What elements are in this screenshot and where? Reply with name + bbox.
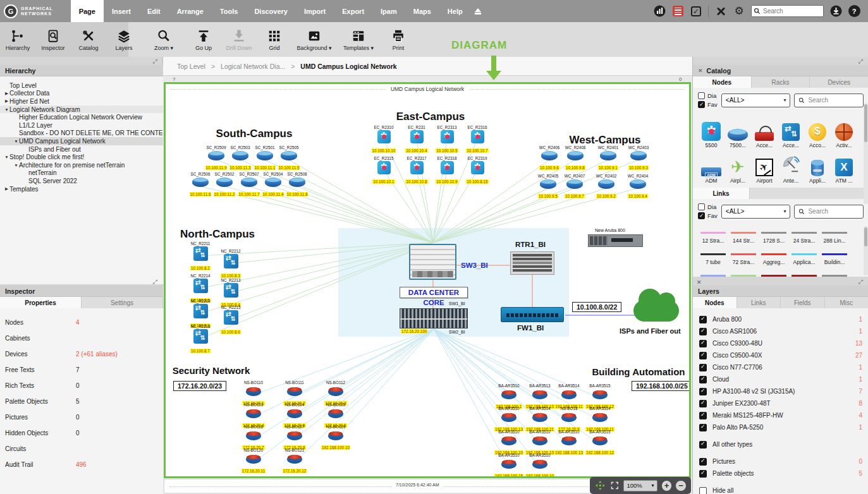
notes-icon[interactable] [671, 5, 684, 18]
layer-checkbox[interactable] [699, 412, 707, 419]
layer-checkbox[interactable] [699, 352, 707, 359]
layer-checkbox[interactable] [699, 458, 707, 466]
go-up-button[interactable]: Go Up [186, 28, 221, 51]
grid-button[interactable]: Grid [257, 28, 292, 51]
dia-checkbox[interactable] [698, 92, 705, 99]
device-ec-r2316[interactable]: EC_R231610.100.10.7 [462, 125, 493, 155]
expand-inspector-icon[interactable]: ⤢ [153, 279, 157, 286]
device-wc-r2408[interactable]: WC_R240810.100.9.8 [559, 145, 591, 172]
fav-checkbox[interactable] [698, 101, 705, 108]
device-ec-r2310[interactable]: EC_R231010.100.10.10 [368, 125, 400, 155]
catalog-link-buildin[interactable]: Buildin... [819, 250, 850, 271]
device-ec-r2317[interactable]: EC_R231710.100.10.8 [401, 156, 432, 186]
tools-icon[interactable] [714, 5, 727, 18]
catalog-link-288-lin[interactable]: 288 Lin... [819, 228, 850, 250]
tree-item-templates[interactable]: ▶Templates [0, 185, 163, 193]
device-ec-r2319[interactable]: EC_R231910.100.8.15 [462, 156, 493, 186]
menu-import[interactable]: Import [296, 0, 334, 22]
catalog-link-swatch[interactable] [819, 271, 850, 277]
catalog-link-swatch[interactable] [698, 271, 728, 277]
layer-checkbox[interactable] [699, 364, 707, 371]
catalog-node-activ[interactable]: Activ... [831, 116, 857, 148]
data-center-core-label[interactable]: DATA CENTER CORE [400, 287, 468, 298]
catalog-link-12-stra[interactable]: 12 Stra... [698, 228, 728, 250]
catalog-type-select[interactable]: <ALL>▾ [721, 93, 791, 107]
device-wc-r2401[interactable]: WC_R240110.100.9.1 [592, 145, 624, 172]
catalog-search-input[interactable]: Search [794, 93, 864, 107]
device-fw1-bi[interactable] [501, 307, 564, 322]
inspector-button[interactable]: Inspector [35, 28, 71, 51]
catalog-link-72-stra[interactable]: 72 Stra... [728, 250, 759, 271]
tree-item-isps-and-fiber-out[interactable]: ISPs and Fiber out [0, 145, 163, 154]
catalog-link-swatch[interactable] [728, 271, 759, 277]
layer-checkbox[interactable] [699, 487, 707, 494]
layer-checkbox[interactable] [699, 424, 707, 431]
menu-help[interactable]: Help [439, 0, 471, 22]
catalog-link-search-input[interactable]: Search [794, 205, 864, 219]
tree-item-sandbox-do-not-delete-me-or-the-contents[interactable]: Sandbox - DO NOT DELETE ME, OR THE CONTE… [0, 130, 163, 138]
device-ns-bo120[interactable]: NS-BO120172.16.20.11 [238, 448, 269, 475]
catalog-node-acce[interactable]: Acce... [751, 116, 778, 148]
device-nc-r2212[interactable]: NC_R221210.100.8.3 [215, 249, 247, 280]
breadcrumb-top-level[interactable]: Top Level [177, 63, 205, 70]
stats-icon[interactable] [653, 5, 666, 18]
expand-hierarchy-icon[interactable]: ⤢ [153, 58, 157, 65]
catalog-link-7-tube[interactable]: 7 tube [698, 250, 728, 271]
device-ec-r231[interactable]: EC_R23110.100.10.4 [401, 125, 432, 155]
device-wc-r2407[interactable]: WC_R240710.100.9.7 [559, 174, 590, 200]
device-sw1-sw2-stack[interactable] [400, 308, 468, 328]
catalog-link-swatch[interactable] [759, 271, 789, 277]
tree-item-sql-server-2022[interactable]: SQL Server 2022 [0, 177, 163, 185]
catalog-node-acco[interactable]: Acco... [804, 116, 831, 148]
catalog-link-type-select[interactable]: <ALL>▾ [721, 205, 791, 219]
zoom-button[interactable]: Zoom ▾ [142, 28, 186, 51]
catalog-link-applica[interactable]: Applica... [789, 250, 819, 271]
expand-icon[interactable]: ▶ [4, 91, 9, 96]
collapse-icon[interactable]: ▼ [4, 107, 9, 112]
zoom-level-select[interactable]: 100%▾ [623, 480, 657, 491]
device-wc-r2404[interactable]: WC_R240410.100.9.4 [622, 174, 654, 200]
expand-icon[interactable]: ▶ [4, 186, 9, 191]
device-rtr1-bi[interactable] [510, 251, 554, 275]
catalog-node-ante[interactable]: Ante... [778, 151, 804, 184]
tab-devices[interactable]: Devices [810, 76, 868, 88]
device-nc-r2213[interactable]: NC_R221310.100.8.4 [215, 278, 247, 309]
catalog-link-24-stra[interactable]: 24 Stra... [789, 228, 819, 250]
tab-racks[interactable]: Racks [752, 76, 810, 88]
layer-checkbox[interactable] [699, 400, 707, 407]
account-icon[interactable] [829, 5, 842, 18]
expand-catalog-icon[interactable]: ⤢ [859, 58, 863, 65]
device-ba-ar3510[interactable]: BA-AR3510192.168.100.10 [524, 453, 556, 478]
layer-checkbox[interactable] [699, 316, 707, 323]
menu-ipam[interactable]: Ipam [372, 0, 405, 22]
breadcrumb-umd-campus-logical-network[interactable]: UMD Campus Logical Network [300, 63, 396, 70]
tree-item-logical-network-diagram[interactable]: ▼Logical Network Diagram [0, 105, 163, 114]
catalog-link-swatch[interactable] [789, 271, 819, 277]
device-sc-r2505[interactable]: SC_R250510.100.11.5 [273, 145, 305, 172]
tree-item-netterrain[interactable]: netTerrain [0, 169, 163, 178]
breadcrumb-logical-network-dia[interactable]: Logical Network Dia... [221, 63, 285, 70]
collapse-icon[interactable]: ▼ [4, 155, 9, 159]
device-ba-ar3510[interactable]: BA-AR3510192.168.100.15 [493, 453, 525, 478]
menu-arrange[interactable]: Arrange [169, 0, 212, 22]
catalog-node-acce[interactable]: Acce... [778, 116, 804, 148]
expand-layers-icon[interactable]: ⤢ [859, 279, 863, 286]
tasks-icon[interactable]: ✓ [690, 5, 702, 18]
catalog-link-aggreg[interactable]: Aggreg... [759, 250, 789, 271]
fit-screen-icon[interactable] [610, 481, 620, 490]
catalog-link-144-str[interactable]: 144 Str... [728, 228, 759, 250]
catalog-node-7500[interactable]: 7500... [724, 116, 751, 148]
layer-checkbox[interactable] [699, 328, 707, 335]
layer-checkbox[interactable] [699, 388, 707, 395]
menu-insert[interactable]: Insert [104, 0, 139, 22]
tree-item-stop-double-click-me-first[interactable]: ▼Stop! Double click me first! [0, 153, 163, 161]
menu-edit[interactable]: Edit [139, 0, 169, 22]
device-sw3-bi[interactable] [409, 244, 456, 280]
wan-subnet-box[interactable]: 10.100.8.0/22 [572, 302, 621, 312]
catalog-button[interactable]: Catalog [71, 28, 106, 51]
catalog-node-5500[interactable]: 5500 [698, 116, 724, 148]
device-ns-bo119[interactable]: NS-BO119192.168.100.10 [320, 425, 351, 452]
device-ba-ar3515[interactable]: BA-AR3515192.168.100.12 [584, 430, 616, 457]
tab-fields[interactable]: Fields [781, 297, 825, 308]
menu-export[interactable]: Export [334, 0, 372, 22]
